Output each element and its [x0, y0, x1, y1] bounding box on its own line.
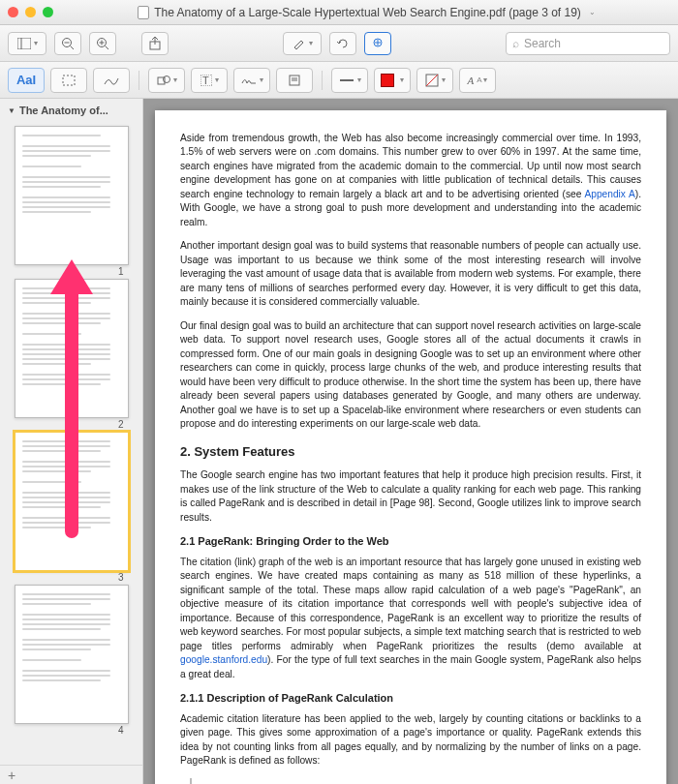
fill-swatch-icon	[381, 74, 394, 87]
window-titlebar: The Anatomy of a Large-Scale Hypertextua…	[0, 0, 678, 25]
text-select-tool[interactable]: AaI	[8, 68, 45, 93]
chevron-down-icon: ▾	[357, 75, 361, 84]
rect-select-tool[interactable]	[50, 68, 87, 93]
document-icon	[138, 6, 149, 19]
markup-button[interactable]	[364, 32, 391, 55]
svg-rect-12	[63, 75, 75, 85]
thumbnail-page-label: 1	[118, 266, 124, 277]
separator	[139, 71, 139, 90]
highlighter-icon	[293, 37, 306, 50]
search-icon: ⌕	[512, 37, 519, 50]
page-thumbnail[interactable]: 4	[15, 585, 129, 724]
note-icon	[289, 75, 300, 86]
zoom-out-icon	[61, 37, 75, 50]
markup-toolbar: AaI ▾ T▾ ▾ ▾ ▾ ▾ AA ▾	[0, 62, 678, 99]
body: ▼ The Anatomy of... 1 2	[0, 99, 678, 784]
svg-line-6	[106, 45, 109, 49]
share-icon	[149, 37, 161, 50]
chevron-down-icon: ▾	[215, 75, 219, 84]
chevron-down-icon: ▾	[400, 75, 404, 84]
separator	[322, 71, 323, 90]
link-appendix-a[interactable]: Appendix A	[584, 189, 634, 199]
shapes-icon	[157, 75, 170, 86]
signature-icon	[241, 75, 257, 86]
title-chevron-icon: ⌄	[589, 8, 596, 16]
text-icon: T	[200, 75, 212, 86]
zoom-in-button[interactable]	[89, 32, 116, 55]
chevron-down-icon: ▾	[34, 39, 38, 47]
zoom-in-icon	[96, 37, 109, 50]
maximize-icon[interactable]	[43, 7, 53, 17]
line-icon	[339, 75, 354, 85]
view-mode-button[interactable]: ▾	[8, 32, 46, 55]
text-select-icon: AaI	[16, 73, 36, 87]
body-paragraph: Academic citation literature has been ap…	[180, 712, 641, 769]
svg-line-22	[426, 75, 438, 86]
thumbnail-page-label: 4	[118, 725, 124, 736]
traffic-lights	[8, 7, 53, 17]
rotate-icon	[336, 37, 350, 50]
sketch-tool[interactable]	[93, 68, 130, 93]
share-button[interactable]	[141, 32, 169, 55]
document-viewport[interactable]: Aside from tremendous growth, the Web ha…	[143, 99, 678, 784]
sketch-icon	[104, 75, 119, 86]
sidebar-icon	[17, 38, 31, 49]
pdf-page: Aside from tremendous growth, the Web ha…	[155, 110, 666, 784]
window-title: The Anatomy of a Large-Scale Hypertextua…	[154, 6, 581, 19]
note-tool[interactable]	[276, 68, 313, 93]
rotate-button[interactable]	[329, 32, 356, 55]
thumbnail-sidebar: ▼ The Anatomy of... 1 2	[0, 99, 143, 784]
chevron-down-icon: ▾	[173, 75, 177, 84]
link-google-stanford[interactable]: google.stanford.edu	[180, 654, 267, 665]
chevron-down-icon: A ▾	[477, 75, 487, 84]
stroke-color-tool[interactable]: ▾	[416, 68, 453, 93]
section-heading: 2. System Features	[180, 443, 641, 461]
zoom-out-button[interactable]	[54, 32, 81, 55]
page-thumbnail[interactable]: 2	[15, 279, 129, 418]
body-paragraph: Our final design goal was to build an ar…	[180, 319, 641, 432]
blockquote: We assume page A has pages T1...Tn which…	[190, 778, 641, 784]
chevron-down-icon: ▾	[442, 75, 446, 84]
svg-line-3	[71, 45, 75, 49]
caret-down-icon: ▼	[8, 106, 15, 115]
svg-rect-0	[17, 38, 31, 49]
thumbnail-page-label: 3	[118, 572, 124, 583]
sidebar-title: The Anatomy of...	[19, 105, 108, 116]
search-placeholder: Search	[524, 37, 561, 50]
line-style-tool[interactable]: ▾	[331, 68, 368, 93]
thumbnail-page-label: 2	[118, 419, 124, 430]
fill-color-tool[interactable]: ▾	[374, 68, 411, 93]
sidebar-footer: +	[0, 765, 142, 784]
markup-icon	[370, 37, 385, 50]
subsection-heading: 2.1 PageRank: Bringing Order to the Web	[180, 534, 641, 550]
main-toolbar: ▾ ▾ ⌕ Search	[0, 25, 678, 62]
stroke-swatch-icon	[425, 74, 439, 87]
sign-tool[interactable]: ▾	[233, 68, 270, 93]
add-page-button[interactable]: +	[8, 768, 15, 783]
title-center[interactable]: The Anatomy of a Large-Scale Hypertextua…	[63, 6, 670, 19]
body-paragraph: The Google search engine has two importa…	[180, 468, 641, 525]
text-tool[interactable]: T▾	[191, 68, 228, 93]
search-input[interactable]: ⌕ Search	[506, 32, 670, 55]
sidebar-header[interactable]: ▼ The Anatomy of...	[0, 99, 142, 122]
chevron-down-icon: ▾	[309, 39, 313, 47]
body-paragraph: The citation (link) graph of the web is …	[180, 556, 641, 681]
subsection-heading: 2.1.1 Description of PageRank Calculatio…	[180, 691, 641, 707]
page-thumbnail[interactable]: 1	[15, 126, 129, 265]
font-style-tool[interactable]: AA ▾	[459, 68, 496, 93]
body-paragraph: Aside from tremendous growth, the Web ha…	[180, 132, 641, 229]
body-paragraph: Another important design goal was to bui…	[180, 239, 641, 309]
thumbnail-list[interactable]: 1 2 3	[0, 122, 142, 765]
svg-text:T: T	[202, 75, 209, 86]
shapes-tool[interactable]: ▾	[148, 68, 185, 93]
page-thumbnail[interactable]: 3	[15, 432, 129, 571]
minimize-icon[interactable]	[25, 7, 36, 17]
highlight-button[interactable]: ▾	[283, 32, 322, 55]
chevron-down-icon: ▾	[260, 75, 263, 84]
close-icon[interactable]	[8, 7, 18, 17]
rect-select-icon	[62, 75, 76, 86]
